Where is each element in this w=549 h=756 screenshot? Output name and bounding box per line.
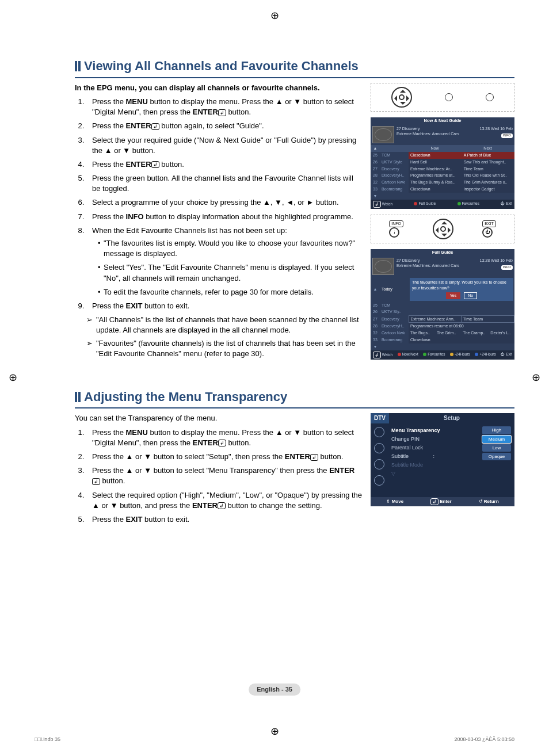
registration-mark-top: ⊕ (270, 9, 279, 23)
epg2-channel: 27 Discovery (396, 258, 459, 263)
setup-item-change-pin[interactable]: Change PIN Medium (391, 435, 511, 444)
info-badge: INFO (501, 265, 513, 270)
step-9: Press the EXIT button to exit. (86, 301, 363, 311)
section1-title-bar: Viewing All Channels and Favourite Chann… (75, 58, 514, 78)
epg2-row[interactable]: 25TCM (371, 302, 514, 309)
enter-icon: ↲ (218, 440, 226, 446)
option-low[interactable]: Low (482, 444, 511, 452)
exit-icon: ⏻ (482, 227, 493, 238)
remote-button-icon (486, 93, 494, 101)
epg2-row[interactable]: 32Cartoon NwkThe Bugs..The Grim..The Cra… (371, 330, 514, 337)
option-opaque[interactable]: Opaque (482, 453, 511, 460)
s2-step-3: Press the ▲ or ▼ button to select "Menu … (86, 465, 363, 486)
epg1-programme: Extreme Machines: Armoured Cars (396, 131, 459, 136)
epg-thumbnail (372, 126, 394, 143)
epg1-row[interactable]: 26UKTV StyleHard SellSaw This and Though… (371, 159, 514, 166)
epg1-row[interactable]: 25TCMClosedownA Patch of Blue (371, 152, 514, 159)
setup-title: Setup (389, 413, 514, 423)
step-8-bullet-3: To edit the favourite channels, refer to… (98, 287, 363, 297)
epg-thumbnail (372, 258, 394, 275)
note-arrow-icon: ➢ (86, 338, 93, 359)
dpad-icon (433, 219, 453, 239)
dtv-badge: DTV (371, 413, 389, 423)
dpad-icon (391, 87, 412, 108)
epg-now-next-panel: Now & Next Guide 27 Discovery Extreme Ma… (371, 117, 514, 209)
epg2-row[interactable]: 26UKTV Sty.. (371, 308, 514, 315)
step-8-bullet-2: Select "Yes". The "Edit Favourite Channe… (98, 262, 363, 283)
epg1-row[interactable]: 27DiscoveryExtreme Machines: Ar..Time Te… (371, 166, 514, 173)
epg1-row[interactable]: 28DiscoveryH..Programmes resume at..This… (371, 172, 514, 179)
epg2-title: Full Guide (371, 249, 514, 257)
registration-mark-right: ⊕ (532, 371, 540, 385)
section1-title: Viewing All Channels and Favourite Chann… (84, 58, 359, 75)
section-decoration-bars (75, 392, 81, 402)
section1-intro: In the EPG menu, you can display all cha… (75, 83, 363, 93)
section2-intro: You can set the Transparency of the menu… (75, 413, 363, 423)
setup-item-subtitle[interactable]: Subtitle : Opaque (391, 452, 511, 461)
section1-steps: Press the MENU button to display the men… (75, 97, 363, 311)
section2-title-bar: Adjusting the Menu Transparency (75, 388, 514, 409)
epg2-footer: ↲ Watch Now/Next Favourites -24Hours +24… (371, 350, 514, 360)
epg1-row[interactable]: 33BoomerangClosedownInspector Gadget (371, 186, 514, 193)
epg2-table: ▲ Today The favourites list is empty. Wo… (371, 277, 514, 301)
setup-item-transparency[interactable]: Menu Transparency High (391, 426, 511, 434)
epg2-time: 13:28 Wed 16 Feb (480, 258, 513, 263)
epg2-row[interactable]: 33BoomerangClosedown (371, 337, 514, 343)
epg2-row[interactable]: 27DiscoveryExtreme Machines: Arm..Time T… (371, 315, 514, 323)
epg2-row[interactable]: 28DiscoveryH..Programmes resume at 06:00 (371, 323, 514, 330)
remote-diagram-1 (371, 83, 514, 112)
enter-icon: ↲ (151, 161, 159, 168)
s2-step-4: Select the required option ("High", "Med… (86, 490, 363, 511)
s2-step-2: Press the ▲ or ▼ button to select "Setup… (86, 452, 363, 462)
section-decoration-bars (75, 61, 81, 71)
yes-button[interactable]: Yes (446, 292, 460, 299)
step-6: Select a programme of your choice by pre… (86, 197, 363, 208)
step-3: Select the your required guide ("Now & N… (86, 135, 363, 156)
enter-icon: ↲ (218, 109, 226, 116)
page-number: English - 35 (249, 684, 300, 696)
enter-icon: ↲ (92, 478, 100, 485)
epg1-table: ▲NowNext (371, 145, 514, 152)
print-footer: □□i.indb 35 2008-03-03 ¿ÀÈÄ 5:03:50 (35, 736, 514, 743)
s2-step-5: Press the EXIT button to exit. (86, 514, 363, 525)
setup-category-icon (374, 443, 384, 453)
section2-steps: Press the MENU button to display the men… (75, 427, 363, 525)
info-button-label: INFO (389, 220, 403, 227)
info-badge: INFO (501, 133, 513, 138)
favourites-confirm-dialog: The favourites list is empty. Would you … (410, 278, 513, 300)
epg1-row[interactable]: 32Cartoon NwkThe Bugs Bunny & Roa..The G… (371, 179, 514, 186)
epg1-title: Now & Next Guide (371, 117, 514, 125)
setup-footer: ⇕ Move ↲ Enter ↺ Return (371, 497, 514, 506)
note-arrow-icon: ➢ (86, 315, 93, 335)
s2-step-1: Press the MENU button to display the men… (86, 427, 363, 448)
section2-title: Adjusting the Menu Transparency (84, 388, 287, 406)
step-8: When the Edit Favourite Channels list ha… (86, 226, 363, 297)
registration-mark-left: ⊕ (9, 371, 17, 385)
option-medium[interactable]: Medium (482, 436, 511, 443)
step-5: Press the green button. All the channel … (86, 173, 363, 194)
setup-item-subtitle-mode: Subtitle Mode (391, 461, 511, 469)
setup-item-parental-lock[interactable]: Parental Lock Low (391, 444, 511, 452)
no-button[interactable]: No (464, 292, 477, 299)
setup-category-icon (374, 427, 384, 437)
epg2-programme: Extreme Machines: Armoured Cars (396, 263, 459, 268)
setup-menu-panel: DTV Setup Menu Transparency High (371, 413, 514, 506)
epg1-channel: 27 Discovery (396, 126, 459, 131)
info-icon: i (389, 227, 399, 238)
setup-nav-down-arrow: ▽ (391, 469, 511, 478)
step-4: Press the ENTER↲ button. (86, 159, 363, 170)
note-2: ➢ "Favourites" (favourite channels) is t… (86, 338, 363, 359)
epg1-time: 13:28 Wed 16 Feb (480, 126, 513, 131)
enter-icon: ↲ (218, 502, 226, 509)
epg1-footer: ↲ Watch Full Guide Favourites ⏻ Exit (371, 200, 514, 209)
setup-category-icon (374, 475, 384, 486)
footer-right: 2008-03-03 ¿ÀÈÄ 5:03:50 (454, 736, 514, 743)
note-1: ➢ "All Channels" is the list of channels… (86, 315, 363, 335)
option-high[interactable]: High (482, 426, 511, 434)
step-8-bullet-1: "The favourites list is empty. Would you… (98, 238, 363, 259)
step-1: Press the MENU button to display the men… (86, 97, 363, 117)
exit-button-label: EXIT (482, 220, 496, 227)
remote-diagram-2: INFO i EXIT ⏻ (371, 215, 514, 243)
remote-button-icon (445, 93, 453, 101)
setup-category-icon (374, 459, 384, 469)
